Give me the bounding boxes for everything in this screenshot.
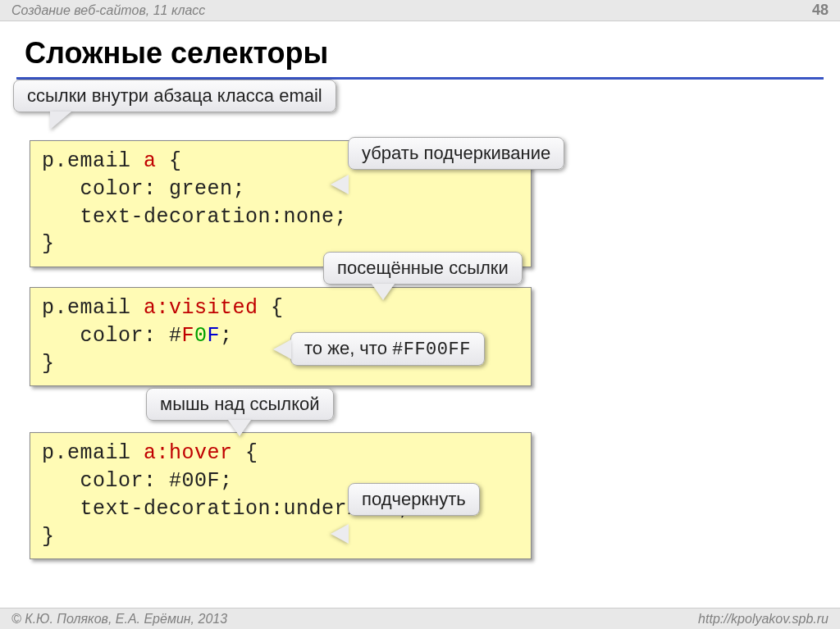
code-line: text-decoration:none; [42,203,519,231]
callout-tail-icon [228,420,251,436]
code-line: p.email a:hover { [42,440,519,467]
callout-tail-icon [372,284,395,300]
callout-text: то же, что [304,338,392,358]
callout-text: убрать подчеркивание [362,143,550,163]
slide-header: Создание веб-сайтов, 11 класс 48 [0,0,840,21]
callout-tail-icon [331,175,349,194]
callout-text: подчеркнуть [362,489,466,509]
selector-a-visited: a:visited [144,296,258,320]
callout-visited-links: посещённые ссылки [323,252,523,285]
callout-links-inside-email-paragraph: ссылки внутри абзаца класса email [13,80,336,112]
callout-text: ссылки внутри абзаца класса email [27,85,322,106]
callout-text: мышь над ссылкой [160,394,320,414]
hex-code: #FF00FF [392,340,471,360]
callout-tail-icon [273,340,291,359]
callout-tail-icon [50,112,71,130]
callout-same-as-ff00ff: то же, что #FF00FF [290,332,485,366]
callout-underline: подчеркнуть [348,483,480,516]
selector-a: a [144,149,157,173]
course-label: Создание веб-сайтов, 11 класс [11,3,205,18]
footer-url: http://kpolyakov.spb.ru [698,612,829,627]
slide-title: Сложные селекторы [0,21,840,77]
callout-tail-icon [331,524,349,544]
code-line: color: green; [42,175,519,203]
slide-footer: © К.Ю. Поляков, Е.А. Ерёмин, 2013 http:/… [0,608,840,629]
slide-body: ссылки внутри абзаца класса email p.emai… [0,80,840,559]
callout-mouse-over-link: мышь над ссылкой [146,388,334,421]
page-number: 48 [812,2,829,19]
code-line: } [42,523,519,551]
callout-remove-underline: убрать подчеркивание [348,137,564,170]
callout-text: посещённые ссылки [337,258,509,278]
authors-label: © К.Ю. Поляков, Е.А. Ерёмин, 2013 [11,612,227,627]
selector-a-hover: a:hover [144,441,233,465]
code-line: p.email a:visited { [42,294,519,322]
